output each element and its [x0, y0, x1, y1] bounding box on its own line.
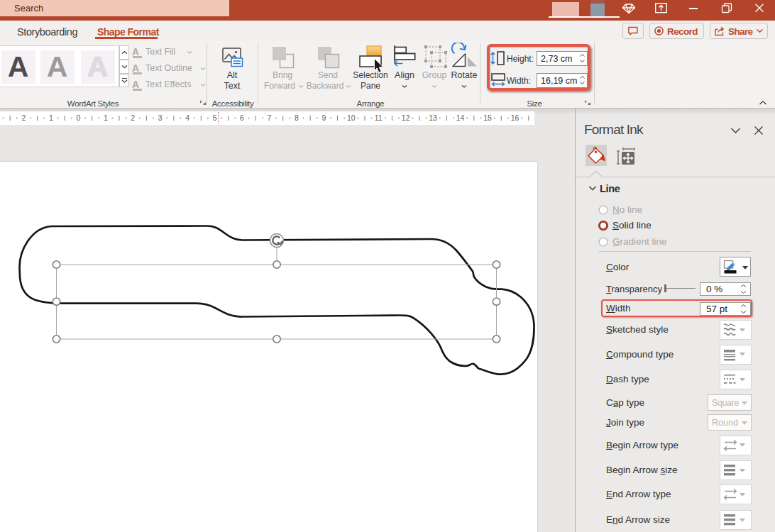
svg-text:1: 1	[49, 113, 53, 122]
svg-text:5: 5	[213, 113, 217, 122]
svg-text:8: 8	[295, 113, 299, 122]
svg-text:16: 16	[511, 113, 520, 122]
svg-text:15: 15	[483, 113, 492, 122]
svg-text:6: 6	[240, 113, 244, 122]
svg-text:4: 4	[185, 113, 189, 122]
svg-text:9: 9	[321, 113, 326, 122]
svg-text:12: 12	[402, 113, 410, 122]
svg-text:2: 2	[21, 113, 26, 122]
svg-text:7: 7	[268, 113, 272, 122]
svg-text:2: 2	[131, 113, 135, 122]
svg-text:0: 0	[76, 113, 80, 122]
svg-text:14: 14	[456, 113, 465, 122]
svg-text:13: 13	[429, 113, 437, 122]
svg-text:10: 10	[347, 113, 356, 122]
svg-text:3: 3	[158, 113, 163, 122]
svg-text:1: 1	[104, 113, 108, 122]
svg-text:11: 11	[375, 113, 383, 122]
